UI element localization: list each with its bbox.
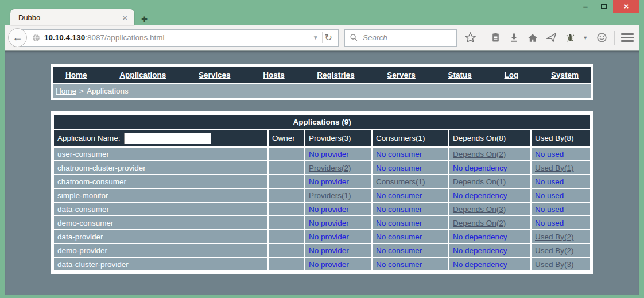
- used-link[interactable]: Used By(2): [535, 233, 574, 241]
- menu-hamburger-icon[interactable]: [621, 33, 634, 42]
- nav-link-home[interactable]: Home: [65, 71, 87, 79]
- used-cell: Used By(3): [532, 258, 590, 270]
- owner-cell: [269, 203, 304, 215]
- depends-text: No dependency: [453, 191, 507, 200]
- application-name-input[interactable]: [124, 133, 211, 144]
- column-header-consumers: Consumers(1): [373, 130, 448, 146]
- breadcrumb-separator: >: [79, 87, 84, 95]
- reload-icon[interactable]: ↻: [322, 32, 335, 43]
- consumers-cell: No consumer: [373, 216, 448, 229]
- providers-cell: No provider: [305, 175, 371, 188]
- depends-link[interactable]: Depends On(1): [453, 177, 506, 186]
- tab-close-icon[interactable]: ×: [121, 13, 129, 22]
- providers-text: No provider: [309, 246, 349, 255]
- depends-text: No dependency: [453, 246, 507, 255]
- providers-cell: No provider: [305, 230, 371, 243]
- nav-link-services[interactable]: Services: [199, 71, 231, 79]
- applications-table: Applications (9) Application Name: Owner…: [53, 114, 591, 272]
- table-header-row: Application Name: Owner Providers(3) Con…: [54, 130, 590, 146]
- reading-list-icon[interactable]: [489, 32, 502, 44]
- owner-cell: [269, 175, 304, 188]
- nav-link-system[interactable]: System: [551, 71, 579, 79]
- nav-link-applications[interactable]: Applications: [119, 71, 166, 79]
- nav-link-status[interactable]: Status: [448, 71, 472, 79]
- owner-cell: [269, 189, 304, 202]
- used-cell: Used By(1): [532, 161, 590, 174]
- depends-cell: Depends On(2): [449, 216, 530, 229]
- maximize-button[interactable]: [595, 0, 613, 13]
- depends-link[interactable]: Depends On(2): [453, 150, 506, 158]
- minimize-button[interactable]: –: [576, 0, 595, 13]
- url-host: 10.10.4.130: [44, 33, 85, 42]
- providers-link[interactable]: Providers(2): [309, 164, 351, 172]
- providers-text: No provider: [309, 260, 349, 269]
- breadcrumb-home-link[interactable]: Home: [56, 87, 76, 95]
- title-bar: Dubbo × + – ×: [5, 0, 639, 25]
- used-text: No used: [535, 191, 564, 200]
- back-button[interactable]: ←: [8, 28, 27, 47]
- table-row: demo-providerNo providerNo consumerNo de…: [54, 244, 590, 257]
- used-cell: No used: [532, 203, 590, 215]
- owner-cell: [269, 258, 304, 270]
- browser-window: Dubbo × + – × ← 10.10.4.130:8087/applica…: [5, 0, 639, 295]
- browser-tab[interactable]: Dubbo ×: [10, 9, 134, 25]
- providers-text: No provider: [309, 150, 349, 158]
- extension-bug-icon[interactable]: [564, 32, 577, 44]
- used-cell: No used: [532, 216, 590, 229]
- url-bar[interactable]: 10.10.4.130:8087/applications.html ▼ ↻: [17, 29, 339, 47]
- nav-link-hosts[interactable]: Hosts: [263, 71, 285, 79]
- table-row: data-cluster-providerNo providerNo consu…: [54, 258, 590, 270]
- table-row: chatroom-cluster-providerProviders(2)No …: [54, 161, 590, 174]
- providers-link[interactable]: Providers(1): [309, 191, 351, 200]
- used-link[interactable]: Used By(2): [535, 246, 574, 255]
- bookmark-star-icon[interactable]: [464, 32, 476, 44]
- table-row: simple-monitorProviders(1)No consumerNo …: [54, 189, 590, 202]
- feedback-smiley-icon[interactable]: [596, 32, 608, 44]
- depends-link[interactable]: Depends On(3): [453, 205, 506, 214]
- consumers-cell: No consumer: [373, 203, 448, 215]
- depends-link[interactable]: Depends On(2): [453, 219, 506, 227]
- url-text: 10.10.4.130:8087/applications.html: [44, 33, 309, 42]
- nav-link-registries[interactable]: Registries: [317, 71, 354, 79]
- providers-text: No provider: [309, 205, 349, 214]
- providers-text: No provider: [309, 219, 349, 227]
- toolbar-icons: ▼: [464, 31, 634, 45]
- filter-label: Application Name:: [57, 133, 121, 142]
- url-path: :8087/applications.html: [85, 33, 164, 42]
- providers-text: No provider: [309, 177, 349, 186]
- used-link[interactable]: Used By(1): [535, 164, 574, 172]
- used-cell: No used: [532, 189, 590, 202]
- home-icon[interactable]: [526, 32, 539, 44]
- nav-link-log[interactable]: Log: [505, 71, 519, 79]
- url-dropdown-icon[interactable]: ▼: [309, 34, 322, 41]
- consumers-cell: No consumer: [373, 230, 448, 243]
- toolbar-divider: [483, 31, 483, 45]
- consumers-text: No consumer: [376, 205, 422, 214]
- providers-text: No provider: [309, 233, 349, 241]
- new-tab-button[interactable]: +: [141, 13, 148, 25]
- nav-link-servers[interactable]: Servers: [387, 71, 416, 79]
- used-link[interactable]: Used By(3): [535, 260, 574, 269]
- consumers-text: No consumer: [376, 219, 422, 227]
- used-text: No used: [535, 219, 564, 227]
- table-title-row: Applications (9): [54, 115, 590, 129]
- page-viewport: HomeApplicationsServicesHostsRegistriesS…: [5, 51, 639, 295]
- window-controls: – ×: [576, 0, 639, 13]
- table-row: demo-consumerNo providerNo consumerDepen…: [54, 216, 590, 229]
- owner-cell: [269, 161, 304, 174]
- downloads-icon[interactable]: [508, 32, 521, 44]
- send-plane-icon[interactable]: [545, 32, 558, 44]
- depends-cell: No dependency: [449, 230, 530, 243]
- search-bar[interactable]: [344, 29, 457, 47]
- consumers-text: No consumer: [376, 191, 422, 200]
- close-button[interactable]: ×: [613, 0, 639, 13]
- browser-toolbar: ← 10.10.4.130:8087/applications.html ▼ ↻: [5, 25, 639, 51]
- column-header-providers: Providers(3): [305, 130, 371, 146]
- extension-dropdown-icon[interactable]: ▼: [583, 35, 589, 41]
- table-row: chatroom-consumerNo providerConsumers(1)…: [54, 175, 590, 188]
- consumers-link[interactable]: Consumers(1): [376, 177, 425, 186]
- consumers-text: No consumer: [376, 246, 422, 255]
- app-name-cell: demo-provider: [54, 244, 267, 257]
- search-input[interactable]: [362, 33, 452, 42]
- breadcrumb: Home > Applications: [53, 84, 591, 98]
